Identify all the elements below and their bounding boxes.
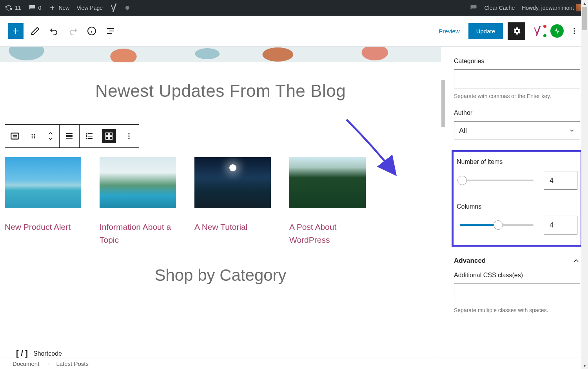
categories-input[interactable] bbox=[454, 69, 580, 89]
editor-toolbar: Preview Update bbox=[0, 16, 588, 47]
svg-point-8 bbox=[573, 28, 575, 29]
info-button[interactable] bbox=[85, 24, 99, 38]
edit-mode-button[interactable] bbox=[28, 24, 42, 38]
refresh-icon bbox=[5, 4, 13, 12]
post-title[interactable]: A New Tutorial bbox=[194, 221, 281, 234]
hero-illustration bbox=[0, 47, 441, 62]
columns-value[interactable]: 4 bbox=[544, 216, 577, 234]
scroll-up-icon[interactable]: ▲ bbox=[581, 0, 588, 7]
svg-point-13 bbox=[195, 48, 220, 59]
preview-link[interactable]: Preview bbox=[435, 28, 463, 35]
comments-count: 0 bbox=[38, 5, 42, 11]
clear-cache-link[interactable]: Clear Cache bbox=[484, 5, 515, 11]
yoast-adminbar-icon[interactable] bbox=[110, 4, 118, 12]
post-card[interactable]: A Post About WordPress bbox=[289, 157, 376, 246]
updates-count: 11 bbox=[15, 5, 21, 11]
view-page-link[interactable]: View Page bbox=[76, 5, 103, 11]
yoast-button[interactable] bbox=[530, 23, 546, 39]
svg-point-19 bbox=[32, 134, 33, 135]
move-up-down-button[interactable] bbox=[42, 125, 59, 147]
svg-point-14 bbox=[262, 47, 293, 62]
grid-view-button[interactable] bbox=[99, 125, 119, 147]
scroll-down-icon[interactable]: ▼ bbox=[581, 362, 588, 369]
undo-button[interactable] bbox=[47, 24, 61, 38]
svg-point-15 bbox=[362, 47, 388, 60]
svg-point-24 bbox=[34, 137, 35, 138]
jetpack-button[interactable] bbox=[550, 24, 564, 38]
svg-rect-34 bbox=[106, 133, 109, 136]
post-thumbnail bbox=[100, 157, 176, 208]
comments-link[interactable]: 0 bbox=[28, 4, 42, 12]
blog-heading[interactable]: Newest Updates From The Blog bbox=[0, 81, 441, 101]
align-button[interactable] bbox=[60, 125, 79, 147]
svg-point-11 bbox=[9, 47, 44, 60]
page-scrollbar[interactable]: ▲ ▼ bbox=[581, 0, 588, 369]
wp-admin-bar: 11 0 + New View Page Clear Cache Howdy, … bbox=[0, 0, 588, 16]
number-items-value[interactable]: 4 bbox=[544, 171, 577, 190]
notifications-icon[interactable] bbox=[470, 4, 477, 11]
svg-point-9 bbox=[573, 30, 575, 31]
plus-icon: + bbox=[48, 4, 56, 12]
canvas-scrollbar[interactable] bbox=[441, 47, 446, 358]
chevron-up-icon bbox=[572, 257, 580, 265]
post-thumbnail bbox=[194, 157, 271, 208]
block-settings-sidebar: Categories Separate with commas or the E… bbox=[446, 47, 588, 358]
update-button[interactable]: Update bbox=[468, 23, 503, 39]
categories-hint: Separate with commas or the Enter key. bbox=[454, 93, 580, 99]
settings-toggle[interactable] bbox=[508, 22, 525, 40]
updates-link[interactable]: 11 bbox=[5, 4, 21, 12]
editor-canvas[interactable]: Newest Updates From The Blog bbox=[0, 47, 446, 358]
number-items-label: Number of items bbox=[457, 158, 577, 165]
svg-point-38 bbox=[128, 133, 129, 135]
post-card[interactable]: New Product Alert bbox=[5, 157, 92, 246]
post-card[interactable]: A New Tutorial bbox=[194, 157, 281, 246]
latest-posts-block[interactable]: New Product Alert Information About a To… bbox=[0, 157, 441, 246]
svg-point-40 bbox=[128, 138, 129, 139]
block-breadcrumb: Document → Latest Posts bbox=[0, 358, 588, 369]
css-classes-input[interactable] bbox=[454, 284, 580, 303]
block-toolbar bbox=[5, 124, 139, 148]
add-block-button[interactable] bbox=[8, 23, 24, 39]
breadcrumb-document[interactable]: Document bbox=[13, 360, 39, 367]
svg-rect-35 bbox=[109, 133, 112, 136]
css-classes-label: Additional CSS class(es) bbox=[454, 272, 580, 279]
breadcrumb-arrow-icon: → bbox=[45, 360, 51, 367]
post-title[interactable]: A Post About WordPress bbox=[289, 221, 376, 246]
shop-heading[interactable]: Shop by Category bbox=[0, 266, 441, 285]
list-view-button[interactable] bbox=[80, 125, 99, 147]
more-menu-button[interactable] bbox=[568, 23, 580, 39]
account-link[interactable]: Howdy, joewarnimont bbox=[522, 4, 583, 11]
new-content-link[interactable]: + New bbox=[48, 4, 69, 12]
css-classes-hint: Separate multiple classes with spaces. bbox=[454, 307, 580, 313]
post-title[interactable]: New Product Alert bbox=[5, 221, 92, 234]
svg-point-12 bbox=[110, 49, 137, 62]
shortcode-icon: [ / ] bbox=[16, 349, 28, 358]
columns-slider[interactable] bbox=[457, 221, 537, 229]
svg-rect-36 bbox=[106, 136, 109, 139]
categories-label: Categories bbox=[454, 58, 580, 65]
redo-button[interactable] bbox=[66, 24, 80, 38]
drag-handle[interactable] bbox=[25, 125, 42, 147]
svg-point-22 bbox=[34, 136, 35, 137]
author-label: Author bbox=[454, 109, 580, 116]
block-more-button[interactable] bbox=[119, 125, 139, 147]
advanced-panel-toggle[interactable]: Advanced bbox=[454, 255, 580, 272]
chevron-down-icon bbox=[569, 127, 575, 134]
shortcode-block[interactable]: [ / ] Shortcode bbox=[5, 299, 436, 358]
comment-icon bbox=[28, 4, 36, 12]
svg-point-31 bbox=[86, 133, 87, 134]
author-select[interactable]: All bbox=[454, 121, 580, 140]
svg-rect-37 bbox=[109, 136, 112, 139]
post-thumbnail bbox=[289, 157, 366, 208]
number-items-slider[interactable] bbox=[457, 176, 537, 184]
post-thumbnail bbox=[5, 157, 81, 208]
svg-rect-16 bbox=[11, 133, 19, 139]
post-title[interactable]: Information About a Topic bbox=[100, 221, 187, 246]
block-type-button[interactable] bbox=[5, 125, 25, 147]
breadcrumb-current: Latest Posts bbox=[56, 360, 89, 367]
post-card[interactable]: Information About a Topic bbox=[100, 157, 187, 246]
outline-button[interactable] bbox=[103, 24, 118, 38]
svg-point-23 bbox=[32, 137, 33, 138]
svg-point-21 bbox=[32, 136, 33, 137]
svg-point-10 bbox=[573, 33, 575, 34]
